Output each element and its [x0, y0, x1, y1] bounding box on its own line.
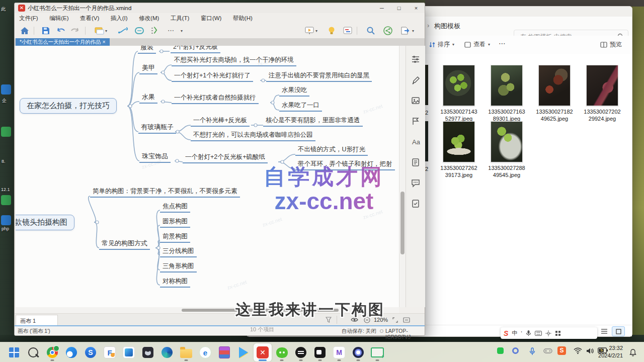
tray-mic-icon[interactable] — [529, 347, 535, 355]
file-explorer-icon[interactable] — [177, 343, 195, 361]
wifi-icon[interactable] — [574, 347, 582, 354]
keyboard-icon[interactable] — [535, 331, 542, 336]
task-audit-icon[interactable] — [411, 199, 420, 208]
file-tile[interactable]: 13353002716389301.jpeg — [486, 65, 527, 122]
winrar-icon[interactable] — [215, 343, 233, 361]
video-tool-icon[interactable] — [292, 343, 310, 361]
tray-gamepad-icon[interactable] — [543, 347, 552, 354]
mindmap-node-manicure[interactable]: 美甲 — [139, 63, 157, 74]
sogou-logo-icon[interactable]: S — [504, 329, 508, 337]
menu-tools[interactable]: 工具(T) — [166, 13, 194, 22]
mindmap-canvas[interactable]: zx-cc.net zx-cc.net zx-cc.net zx-cc.net … — [16, 46, 399, 307]
settings-gear-icon[interactable] — [545, 330, 551, 336]
photos-icon[interactable] — [120, 343, 138, 361]
meitu-icon[interactable]: M — [330, 343, 348, 361]
cat-app-icon[interactable] — [139, 343, 157, 361]
mindmap-node-composition-0[interactable]: 焦点构图 — [160, 202, 190, 213]
presentation-icon[interactable] — [304, 26, 314, 35]
mindmap-node-composition-1[interactable]: 圆形构图 — [160, 217, 190, 228]
tab-close-icon[interactable]: × — [103, 39, 106, 45]
mindmap-node-glass-nolights[interactable]: 不想打光的，可以去商场或者咖啡店拍公园 — [191, 130, 315, 141]
mindmap-node-manicure-tip1[interactable]: 不想买补光灯去商场拍，找一个干净的环境 — [172, 55, 296, 66]
export-icon[interactable] — [400, 26, 410, 35]
view-button[interactable]: 查看▾ — [464, 40, 490, 49]
sheet-caret-icon[interactable]: ▾ — [105, 29, 107, 33]
image-icon[interactable] — [411, 96, 420, 105]
menu-window[interactable]: 窗口(W) — [196, 13, 226, 22]
save-icon[interactable] — [41, 26, 51, 35]
desktop-icon[interactable] — [1, 84, 11, 95]
mindmap-node-common-composition[interactable]: 常见的构图方式 — [99, 238, 150, 250]
mindmap-node-fruit[interactable]: 水果 — [139, 92, 157, 104]
lightbulb-icon[interactable] — [327, 26, 337, 35]
screen-recorder-icon[interactable] — [311, 343, 329, 361]
mindmap-topic-composition[interactable]: 款镜头拍摄构图 — [16, 215, 74, 230]
mindmap-node-manicure-tip2[interactable]: 一个射灯+1个补光灯就行了 — [172, 71, 253, 82]
mindmap-node-glass-core[interactable]: 核心是不要有阴影，里面非常通透 — [263, 116, 363, 127]
edge-icon[interactable] — [158, 343, 176, 361]
menu-modify[interactable]: 修改(M) — [134, 13, 164, 22]
chrome-icon[interactable] — [43, 343, 61, 361]
file-tile[interactable]: 13353002726239173.jpeg — [438, 121, 479, 178]
redo-icon[interactable] — [70, 26, 80, 35]
o-app-icon[interactable] — [349, 343, 367, 361]
menu-edit[interactable]: 编辑(E) — [45, 13, 73, 22]
toolbox-grid-icon[interactable] — [555, 330, 561, 336]
close-button[interactable]: × — [408, 3, 425, 13]
mindmap-node-composition-2[interactable]: 前景构图 — [160, 232, 190, 243]
mindmap-node-jewelry-light[interactable]: 一个射灯+2个反光板+硫酸纸 — [183, 152, 268, 163]
sogou-browser-icon[interactable]: S — [82, 343, 100, 361]
file-thumbnail[interactable] — [491, 65, 523, 106]
file-thumbnail[interactable] — [491, 121, 523, 162]
document-tab[interactable]: *小红书怎么一天拍出一个月的作品 × — [16, 38, 110, 46]
xmind-icon[interactable]: ✕ — [254, 343, 272, 361]
desktop-icon[interactable] — [1, 215, 11, 225]
menu-view[interactable]: 查看(V) — [75, 13, 104, 22]
punctuation-mode-icon[interactable]: ’ — [521, 330, 522, 336]
file-thumbnail[interactable] — [538, 65, 571, 106]
mindmap-node-glass-bottle[interactable]: 有玻璃瓶子 — [138, 122, 176, 134]
wechat-icon[interactable] — [273, 343, 291, 361]
comment-icon[interactable] — [411, 178, 420, 188]
home-icon[interactable] — [20, 26, 30, 35]
notification-bell-icon[interactable] — [629, 348, 637, 356]
toolbar-more-caret-icon[interactable]: ▾ — [181, 29, 183, 33]
search-icon[interactable] — [24, 343, 42, 361]
undo-icon[interactable] — [56, 26, 66, 35]
mindmap-node-fruit-bitten[interactable]: 水果吃了一口 — [279, 101, 322, 112]
tray-o-app-icon[interactable] — [512, 347, 519, 354]
canvas-tab[interactable]: 画布 1 — [16, 315, 58, 326]
mindmap-topic-lighting[interactable]: 在家怎么拍摄，打光技巧 — [20, 98, 117, 114]
mindmap-node-clothing-light[interactable]: 2个射灯+反光板 — [171, 46, 220, 53]
label-text-icon[interactable]: Aa — [411, 137, 420, 146]
menu-help[interactable]: 帮助(H) — [228, 13, 257, 22]
browser-360-icon[interactable]: e — [196, 343, 214, 361]
mindmap-node-composition-4[interactable]: 三角形构图 — [160, 261, 197, 273]
zoom-reset-icon[interactable] — [392, 317, 398, 323]
file-tile[interactable]: 13353002714352977.jpeg — [438, 65, 479, 122]
marker-flag-icon[interactable] — [411, 117, 420, 126]
preview-toggle[interactable]: 预览 — [600, 40, 622, 49]
mindmap-node-composition-5[interactable]: 对称构图 — [160, 277, 190, 288]
vertical-scrollbar-thumb[interactable] — [400, 192, 405, 254]
status-autosave[interactable]: 自动保存: 关闭 — [342, 328, 376, 335]
input-mode-chinese[interactable]: 中 — [512, 329, 517, 337]
volume-icon[interactable] — [586, 347, 594, 354]
desktop-icon[interactable] — [1, 195, 11, 205]
presentation-caret-icon[interactable]: ▾ — [315, 29, 317, 33]
file-tile[interactable]: 13353002720229924.jpeg — [582, 65, 623, 122]
more-options-icon[interactable]: ⋯ — [499, 39, 506, 47]
file-tile[interactable]: 13353002728849545.jpeg — [486, 121, 527, 178]
list-view-icon[interactable] — [601, 328, 608, 334]
start-icon[interactable] — [5, 343, 23, 361]
mindmap-node-composition-3[interactable]: 三分线构图 — [160, 246, 197, 257]
share-icon[interactable] — [383, 26, 393, 35]
mindmap-node-jewelry[interactable]: 珠宝饰品 — [139, 151, 171, 163]
export-caret-icon[interactable]: ▾ — [412, 29, 414, 33]
foxit-icon[interactable]: F — [101, 343, 119, 361]
mindmap-node-fruit-light[interactable]: 一个补光灯或者自然拍摄就行 — [172, 93, 259, 104]
style-brush-icon[interactable] — [411, 76, 420, 85]
file-thumbnail[interactable] — [443, 121, 475, 162]
mindmap-node-clothing[interactable]: 服装 — [138, 46, 156, 54]
tray-sogou-icon[interactable]: S — [557, 346, 566, 355]
